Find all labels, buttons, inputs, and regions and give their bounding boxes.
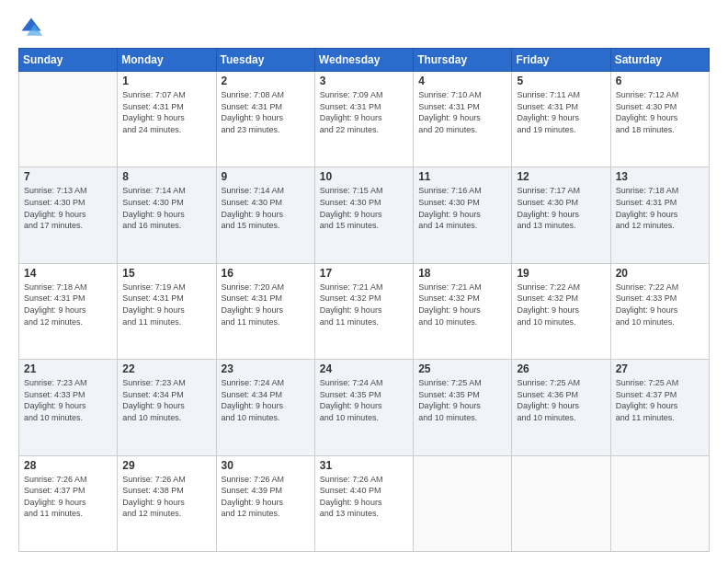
day-number: 31 — [320, 459, 408, 472]
day-info: Sunrise: 7:26 AM Sunset: 4:38 PM Dayligh… — [122, 474, 210, 520]
day-cell: 21Sunrise: 7:23 AM Sunset: 4:33 PM Dayli… — [19, 360, 118, 455]
day-info: Sunrise: 7:15 AM Sunset: 4:30 PM Dayligh… — [320, 185, 408, 231]
day-cell: 16Sunrise: 7:20 AM Sunset: 4:31 PM Dayli… — [216, 263, 314, 359]
day-cell: 10Sunrise: 7:15 AM Sunset: 4:30 PM Dayli… — [314, 167, 413, 263]
weekday-header: Saturday — [610, 49, 709, 72]
day-info: Sunrise: 7:22 AM Sunset: 4:32 PM Dayligh… — [517, 282, 605, 327]
day-number: 19 — [517, 267, 605, 280]
day-number: 7 — [24, 170, 112, 183]
day-cell: 3Sunrise: 7:09 AM Sunset: 4:31 PM Daylig… — [314, 72, 413, 167]
weekday-header: Wednesday — [314, 49, 413, 72]
day-cell: 1Sunrise: 7:07 AM Sunset: 4:31 PM Daylig… — [118, 72, 216, 167]
day-info: Sunrise: 7:14 AM Sunset: 4:30 PM Dayligh… — [122, 185, 210, 231]
day-info: Sunrise: 7:25 AM Sunset: 4:36 PM Dayligh… — [517, 377, 605, 423]
day-cell: 15Sunrise: 7:19 AM Sunset: 4:31 PM Dayli… — [118, 263, 216, 359]
day-cell: 13Sunrise: 7:18 AM Sunset: 4:31 PM Dayli… — [610, 167, 709, 263]
day-number: 24 — [320, 362, 408, 375]
day-info: Sunrise: 7:23 AM Sunset: 4:33 PM Dayligh… — [24, 377, 112, 423]
day-info: Sunrise: 7:14 AM Sunset: 4:30 PM Dayligh… — [222, 185, 310, 231]
day-cell: 20Sunrise: 7:22 AM Sunset: 4:33 PM Dayli… — [610, 263, 709, 359]
day-cell: 4Sunrise: 7:10 AM Sunset: 4:31 PM Daylig… — [414, 72, 512, 167]
day-cell: 27Sunrise: 7:25 AM Sunset: 4:37 PM Dayli… — [610, 360, 709, 455]
day-info: Sunrise: 7:16 AM Sunset: 4:30 PM Dayligh… — [418, 185, 506, 231]
day-info: Sunrise: 7:18 AM Sunset: 4:31 PM Dayligh… — [24, 282, 112, 327]
day-info: Sunrise: 7:11 AM Sunset: 4:31 PM Dayligh… — [517, 89, 605, 135]
day-cell: 30Sunrise: 7:26 AM Sunset: 4:39 PM Dayli… — [216, 455, 314, 551]
day-info: Sunrise: 7:12 AM Sunset: 4:30 PM Dayligh… — [616, 89, 704, 135]
logo-icon — [18, 15, 44, 40]
day-cell: 2Sunrise: 7:08 AM Sunset: 4:31 PM Daylig… — [216, 72, 314, 167]
day-number: 17 — [320, 267, 408, 280]
day-info: Sunrise: 7:17 AM Sunset: 4:30 PM Dayligh… — [517, 185, 605, 231]
day-number: 12 — [517, 170, 605, 183]
day-info: Sunrise: 7:21 AM Sunset: 4:32 PM Dayligh… — [418, 282, 506, 327]
day-number: 13 — [616, 170, 704, 183]
weekday-header: Monday — [118, 49, 216, 72]
day-cell: 8Sunrise: 7:14 AM Sunset: 4:30 PM Daylig… — [118, 167, 216, 263]
day-cell: 11Sunrise: 7:16 AM Sunset: 4:30 PM Dayli… — [414, 167, 512, 263]
page: SundayMondayTuesdayWednesdayThursdayFrid… — [0, 0, 728, 563]
day-number: 4 — [418, 75, 506, 87]
day-number: 20 — [616, 267, 704, 280]
day-info: Sunrise: 7:21 AM Sunset: 4:32 PM Dayligh… — [320, 282, 408, 327]
day-number: 22 — [122, 362, 210, 375]
day-cell: 9Sunrise: 7:14 AM Sunset: 4:30 PM Daylig… — [216, 167, 314, 263]
week-row: 21Sunrise: 7:23 AM Sunset: 4:33 PM Dayli… — [19, 360, 710, 455]
day-cell: 5Sunrise: 7:11 AM Sunset: 4:31 PM Daylig… — [512, 72, 610, 167]
day-number: 18 — [418, 267, 506, 280]
day-cell: 7Sunrise: 7:13 AM Sunset: 4:30 PM Daylig… — [19, 167, 118, 263]
day-info: Sunrise: 7:25 AM Sunset: 4:37 PM Dayligh… — [616, 377, 704, 423]
day-info: Sunrise: 7:26 AM Sunset: 4:37 PM Dayligh… — [24, 474, 112, 520]
day-cell: 12Sunrise: 7:17 AM Sunset: 4:30 PM Dayli… — [512, 167, 610, 263]
day-cell: 19Sunrise: 7:22 AM Sunset: 4:32 PM Dayli… — [512, 263, 610, 359]
day-info: Sunrise: 7:25 AM Sunset: 4:35 PM Dayligh… — [418, 377, 506, 423]
day-number: 5 — [517, 75, 605, 87]
day-number: 27 — [616, 362, 704, 375]
day-number: 8 — [122, 170, 210, 183]
day-number: 23 — [222, 362, 310, 375]
day-cell — [19, 72, 118, 167]
day-info: Sunrise: 7:26 AM Sunset: 4:40 PM Dayligh… — [320, 474, 408, 520]
day-number: 21 — [24, 362, 112, 375]
weekday-header: Friday — [512, 49, 610, 72]
day-info: Sunrise: 7:09 AM Sunset: 4:31 PM Dayligh… — [320, 89, 408, 135]
day-info: Sunrise: 7:24 AM Sunset: 4:35 PM Dayligh… — [320, 377, 408, 423]
day-number: 6 — [616, 75, 704, 87]
day-info: Sunrise: 7:18 AM Sunset: 4:31 PM Dayligh… — [616, 185, 704, 231]
day-cell: 17Sunrise: 7:21 AM Sunset: 4:32 PM Dayli… — [314, 263, 413, 359]
calendar: SundayMondayTuesdayWednesdayThursdayFrid… — [18, 48, 710, 552]
day-cell: 22Sunrise: 7:23 AM Sunset: 4:34 PM Dayli… — [118, 360, 216, 455]
day-number: 10 — [320, 170, 408, 183]
day-number: 28 — [24, 459, 112, 472]
day-number: 1 — [122, 75, 210, 87]
day-number: 14 — [24, 267, 112, 280]
day-number: 9 — [222, 170, 310, 183]
day-cell: 18Sunrise: 7:21 AM Sunset: 4:32 PM Dayli… — [414, 263, 512, 359]
day-cell: 31Sunrise: 7:26 AM Sunset: 4:40 PM Dayli… — [314, 455, 413, 551]
day-info: Sunrise: 7:22 AM Sunset: 4:33 PM Dayligh… — [616, 282, 704, 327]
week-row: 14Sunrise: 7:18 AM Sunset: 4:31 PM Dayli… — [19, 263, 710, 359]
day-cell: 28Sunrise: 7:26 AM Sunset: 4:37 PM Dayli… — [19, 455, 118, 551]
logo — [18, 15, 48, 40]
day-number: 26 — [517, 362, 605, 375]
day-cell — [610, 455, 709, 551]
week-row: 28Sunrise: 7:26 AM Sunset: 4:37 PM Dayli… — [19, 455, 710, 551]
day-info: Sunrise: 7:10 AM Sunset: 4:31 PM Dayligh… — [418, 89, 506, 135]
day-cell: 24Sunrise: 7:24 AM Sunset: 4:35 PM Dayli… — [314, 360, 413, 455]
week-row: 1Sunrise: 7:07 AM Sunset: 4:31 PM Daylig… — [19, 72, 710, 167]
day-number: 25 — [418, 362, 506, 375]
day-info: Sunrise: 7:20 AM Sunset: 4:31 PM Dayligh… — [222, 282, 310, 327]
day-info: Sunrise: 7:26 AM Sunset: 4:39 PM Dayligh… — [222, 474, 310, 520]
week-row: 7Sunrise: 7:13 AM Sunset: 4:30 PM Daylig… — [19, 167, 710, 263]
weekday-header: Tuesday — [216, 49, 314, 72]
day-number: 30 — [222, 459, 310, 472]
day-number: 29 — [122, 459, 210, 472]
day-number: 3 — [320, 75, 408, 87]
day-number: 2 — [222, 75, 310, 87]
day-info: Sunrise: 7:19 AM Sunset: 4:31 PM Dayligh… — [122, 282, 210, 327]
header — [18, 15, 710, 40]
day-cell: 29Sunrise: 7:26 AM Sunset: 4:38 PM Dayli… — [118, 455, 216, 551]
day-info: Sunrise: 7:23 AM Sunset: 4:34 PM Dayligh… — [122, 377, 210, 423]
day-number: 11 — [418, 170, 506, 183]
weekday-header: Thursday — [414, 49, 512, 72]
